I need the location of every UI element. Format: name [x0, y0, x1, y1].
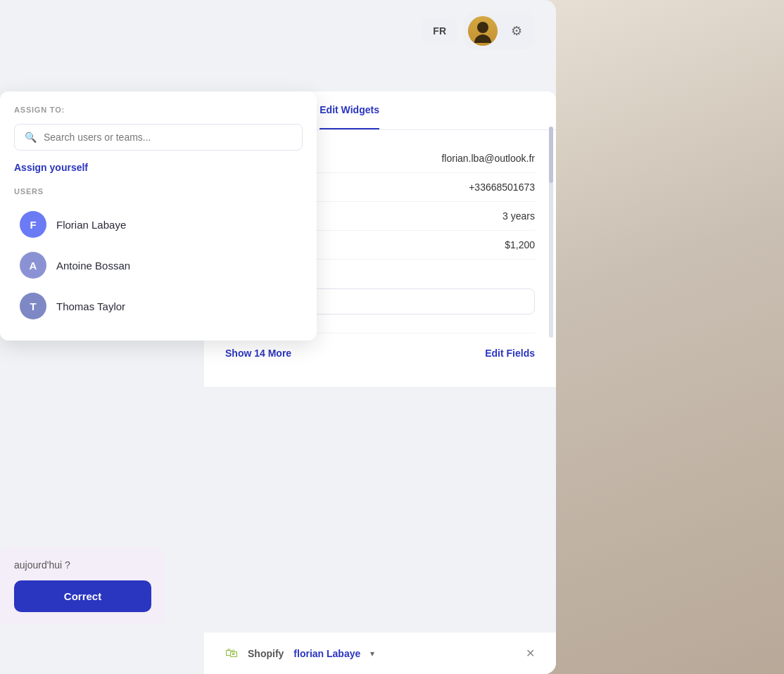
search-icon: 🔍	[25, 132, 37, 143]
user-avatar-button[interactable]	[468, 16, 498, 46]
search-input[interactable]	[44, 132, 292, 143]
notification-text: aujourd'hui ?	[14, 559, 151, 571]
show-more-link[interactable]: Show 14 More	[225, 348, 291, 359]
top-bar: FR ⚙	[422, 13, 535, 49]
shopify-bar: 🛍 Shopify florian Labaye ▾ ✕	[204, 632, 556, 674]
user-item-antoine[interactable]: A Antoine Bossan	[14, 245, 303, 286]
gear-icon: ⚙	[511, 23, 522, 39]
shopify-label: Shopify	[248, 648, 284, 659]
email-value: florian.lba@outlook.fr	[441, 153, 535, 164]
shopify-user[interactable]: florian Labaye	[293, 648, 360, 659]
customer-since-value: 3 years	[502, 210, 535, 222]
tab-edit-widgets[interactable]: Edit Widgets	[320, 91, 379, 129]
close-icon[interactable]: ✕	[526, 647, 535, 660]
bottom-notification: aujourd'hui ? Correct	[0, 547, 165, 625]
user-name-antoine: Antoine Bossan	[56, 260, 130, 272]
user-avatar-f: F	[20, 211, 46, 238]
assign-to-label: ASSIGN TO:	[14, 106, 303, 114]
scrollbar-thumb	[549, 127, 553, 183]
user-avatar-t: T	[20, 293, 46, 319]
user-item-florian[interactable]: F Florian Labaye	[14, 204, 303, 245]
search-box[interactable]: 🔍	[14, 124, 303, 151]
correct-button[interactable]: Correct	[14, 580, 151, 612]
chevron-down-icon[interactable]: ▾	[370, 649, 374, 659]
user-avatar-a: A	[20, 252, 46, 279]
assign-yourself-link[interactable]: Assign yourself	[14, 162, 303, 173]
edit-fields-link[interactable]: Edit Fields	[485, 348, 535, 359]
user-controls: ⚙	[464, 13, 535, 49]
scrollbar[interactable]	[549, 127, 553, 338]
user-name-thomas: Thomas Taylor	[56, 300, 125, 312]
user-name-florian: Florian Labaye	[56, 219, 126, 231]
avatar-face	[468, 16, 498, 46]
user-item-thomas[interactable]: T Thomas Taylor	[14, 286, 303, 326]
users-section-label: USERS	[14, 187, 303, 196]
assign-panel: ASSIGN TO: 🔍 Assign yourself USERS F Flo…	[0, 91, 317, 341]
settings-button[interactable]: ⚙	[502, 16, 531, 46]
shopify-icon: 🛍	[225, 646, 238, 661]
total-spent-value: $1,200	[505, 239, 535, 250]
phone-value: +33668501673	[469, 182, 535, 193]
app-container: FR ⚙ ASSIGN TO: 🔍 Assign yourself USERS …	[0, 0, 556, 674]
language-button[interactable]: FR	[422, 18, 457, 44]
background-decoration	[545, 0, 784, 674]
